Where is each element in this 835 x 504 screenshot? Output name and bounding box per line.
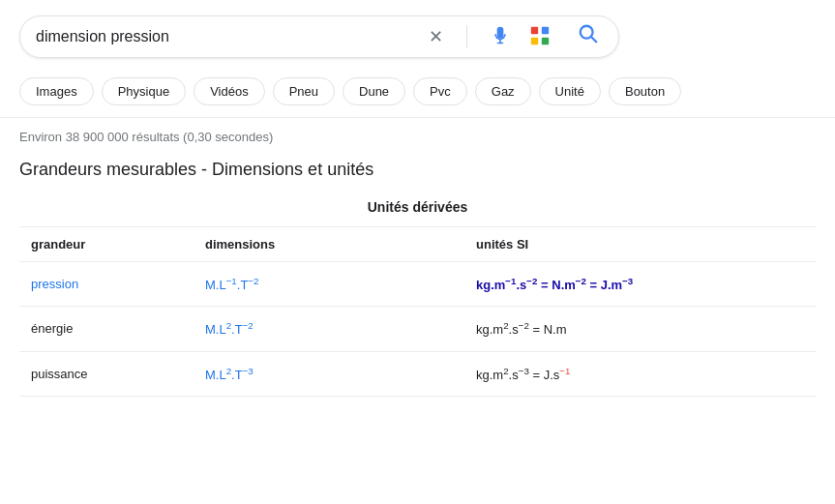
result-stats-text: Environ 38 900 000 résultats (0,30 secon… bbox=[19, 130, 273, 144]
cell-grandeur-energie: énergie bbox=[19, 307, 194, 351]
search-bar: ✕ bbox=[19, 15, 619, 58]
chip-videos[interactable]: Vidéos bbox=[194, 77, 265, 105]
search-icons: ✕ bbox=[425, 19, 603, 54]
search-input[interactable] bbox=[36, 28, 425, 45]
lens-icon bbox=[529, 25, 551, 49]
cell-unites-puissance: kg.m2.s−3 = J.s−1 bbox=[464, 351, 816, 396]
mic-icon bbox=[491, 26, 510, 48]
chip-physique[interactable]: Physique bbox=[102, 77, 186, 105]
col-header-unites: unités SI bbox=[464, 227, 816, 262]
filter-chips: Images Physique Vidéos Pneu Dune Pvc Gaz… bbox=[0, 70, 835, 118]
search-icon bbox=[578, 23, 599, 50]
chip-dune[interactable]: Dune bbox=[343, 77, 405, 105]
cell-grandeur-pression: pression bbox=[19, 262, 194, 307]
table-row: pression M.L−1.T−2 kg.m−1.s−2 = N.m−2 = … bbox=[19, 262, 816, 307]
lens-button[interactable] bbox=[525, 21, 554, 53]
search-button[interactable] bbox=[574, 19, 603, 54]
table-row: puissance M.L2.T−3 kg.m2.s−3 = J.s−1 bbox=[19, 351, 816, 396]
table-row: énergie M.L2.T−2 kg.m2.s−2 = N.m bbox=[19, 307, 816, 351]
vertical-divider bbox=[466, 25, 467, 48]
clear-button[interactable]: ✕ bbox=[425, 22, 447, 51]
chip-unite[interactable]: Unité bbox=[539, 77, 601, 105]
col-header-grandeur: grandeur bbox=[19, 227, 194, 262]
cell-grandeur-puissance: puissance bbox=[19, 351, 194, 396]
svg-rect-0 bbox=[531, 26, 538, 33]
svg-line-5 bbox=[591, 37, 596, 42]
chip-pvc[interactable]: Pvc bbox=[413, 77, 467, 105]
mic-button[interactable] bbox=[487, 22, 514, 52]
col-header-dimensions: dimensions bbox=[194, 227, 464, 262]
chip-pneu[interactable]: Pneu bbox=[273, 77, 335, 105]
chip-gaz[interactable]: Gaz bbox=[475, 77, 531, 105]
result-stats: Environ 38 900 000 résultats (0,30 secon… bbox=[0, 118, 835, 152]
search-bar-container: ✕ bbox=[0, 0, 835, 70]
cell-unites-pression: kg.m−1.s−2 = N.m−2 = J.m−3 bbox=[464, 262, 816, 307]
svg-rect-1 bbox=[542, 26, 549, 33]
svg-rect-2 bbox=[531, 37, 538, 44]
data-table: grandeur dimensions unités SI pression M… bbox=[19, 226, 816, 397]
cell-dimensions-puissance: M.L2.T−3 bbox=[194, 351, 464, 396]
cell-dimensions-pression: M.L−1.T−2 bbox=[194, 262, 464, 307]
cell-dimensions-energie: M.L2.T−2 bbox=[194, 307, 464, 351]
clear-icon: ✕ bbox=[429, 26, 443, 47]
table-header-row: grandeur dimensions unités SI bbox=[19, 227, 816, 262]
svg-rect-3 bbox=[542, 37, 549, 44]
table-section: Unités dérivées grandeur dimensions unit… bbox=[19, 199, 816, 397]
chip-bouton[interactable]: Bouton bbox=[609, 77, 681, 105]
main-content: Grandeurs mesurables - Dimensions et uni… bbox=[0, 152, 835, 416]
page-title: Grandeurs mesurables - Dimensions et uni… bbox=[19, 160, 816, 180]
chip-images[interactable]: Images bbox=[19, 77, 94, 105]
cell-unites-energie: kg.m2.s−2 = N.m bbox=[464, 307, 816, 351]
table-section-title: Unités dérivées bbox=[19, 199, 816, 215]
